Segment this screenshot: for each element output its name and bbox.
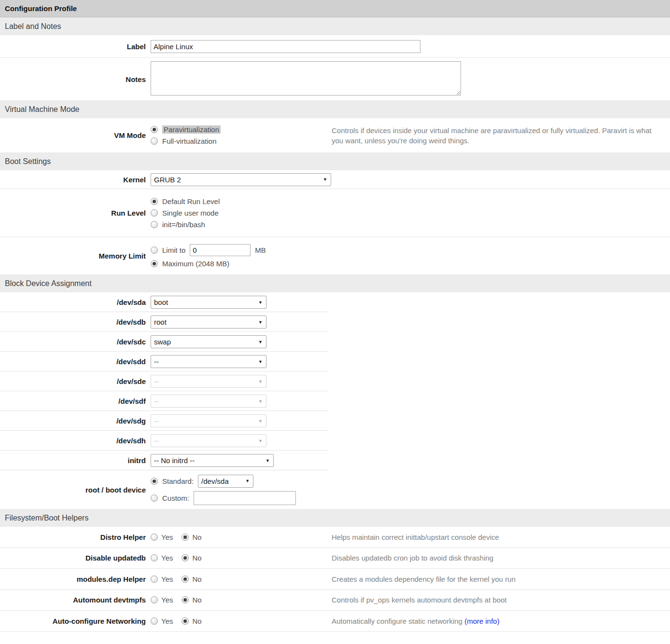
dev-sdg-row: /dev/sdg -- ▼ xyxy=(0,411,670,431)
run-level-default-label: Default Run Level xyxy=(162,197,220,206)
run-level-single-user-radio[interactable] xyxy=(151,209,158,217)
more-info-link[interactable]: (more info) xyxy=(464,617,500,625)
bottom-spacer xyxy=(0,632,670,641)
dev-sdc-select[interactable]: swap xyxy=(151,335,266,348)
disable-updatedb-yes-radio[interactable] xyxy=(151,554,158,562)
yes-label: Yes xyxy=(161,533,173,541)
section-title: Filesystem/Boot Helpers xyxy=(5,514,88,522)
page-title: Configuration Profile xyxy=(5,4,77,13)
field-label-label: Label xyxy=(0,42,146,51)
auto-configure-networking-help-text: Automatically configure static networkin… xyxy=(327,616,670,626)
field-label-dev-sdf: /dev/sdf xyxy=(0,397,146,405)
modules-dep-helper-row: modules.dep Helper Yes No Creates a modu… xyxy=(0,569,670,590)
label-input[interactable] xyxy=(151,40,420,53)
root-boot-standard-label: Standard: xyxy=(162,477,194,485)
automount-devtmpfs-row: Automount devtmpfs Yes No Controls if pv… xyxy=(0,590,670,611)
field-label-dev-sda: /dev/sda xyxy=(0,298,146,306)
field-label-dev-sdg: /dev/sdg xyxy=(0,417,146,425)
dev-sda-select[interactable]: boot xyxy=(151,296,266,309)
field-label-auto-configure-networking: Auto-configure Networking xyxy=(0,617,146,625)
modules-dep-help-text: Creates a modules dependency file for th… xyxy=(327,574,670,584)
run-level-init-bash-radio[interactable] xyxy=(151,221,158,228)
custom-device-input[interactable] xyxy=(194,491,296,505)
field-label-notes: Notes xyxy=(0,75,146,83)
field-label-initrd: initrd xyxy=(0,456,146,465)
modules-dep-yes-radio[interactable] xyxy=(151,575,158,583)
automount-devtmpfs-help-text: Controls if pv_ops kernels automount dev… xyxy=(327,595,670,605)
section-title: Virtual Machine Mode xyxy=(5,105,79,114)
root-boot-standard-radio[interactable] xyxy=(151,478,158,485)
root-boot-device-row: root / boot device Standard: /dev/sda ▼ … xyxy=(0,470,670,509)
page-header: Configuration Profile xyxy=(0,0,670,17)
initrd-row: initrd -- No initrd -- ▼ xyxy=(0,451,670,470)
section-header-boot-settings: Boot Settings xyxy=(0,152,670,170)
distro-helper-row: Distro Helper Yes No Helps maintain corr… xyxy=(0,527,670,548)
section-header-virtual-machine-mode: Virtual Machine Mode xyxy=(0,100,670,118)
distro-helper-yes-radio[interactable] xyxy=(151,534,158,541)
yes-label: Yes xyxy=(161,617,173,625)
field-label-memory-limit: Memory Limit xyxy=(0,252,146,260)
memory-limit-unit-label: MB xyxy=(255,246,266,254)
dev-sdd-select[interactable]: -- xyxy=(151,355,266,368)
yes-label: Yes xyxy=(161,575,173,583)
dev-sdc-row: /dev/sdc swap ▼ xyxy=(0,332,670,352)
no-label: No xyxy=(192,554,201,562)
memory-limit-to-radio[interactable] xyxy=(151,247,158,254)
field-label-modules-dep-helper: modules.dep Helper xyxy=(0,575,146,583)
section-title: Label and Notes xyxy=(5,22,61,31)
field-label-vm-mode: VM Mode xyxy=(0,131,146,139)
run-level-default-radio[interactable] xyxy=(151,198,158,205)
field-label-disable-updatedb: Disable updatedb xyxy=(0,554,146,562)
root-boot-custom-label: Custom: xyxy=(162,494,189,502)
root-boot-custom-radio[interactable] xyxy=(151,494,158,502)
field-label-dev-sde: /dev/sde xyxy=(0,377,146,385)
no-label: No xyxy=(192,596,201,604)
section-title: Boot Settings xyxy=(5,157,51,166)
disable-updatedb-no-radio[interactable] xyxy=(181,554,189,562)
dev-sdb-select[interactable]: root xyxy=(151,315,266,329)
section-header-filesystem-boot-helpers: Filesystem/Boot Helpers xyxy=(0,509,670,527)
field-label-automount-devtmpfs: Automount devtmpfs xyxy=(0,596,146,604)
section-title: Block Device Assignment xyxy=(5,279,92,288)
dev-sdb-row: /dev/sdb root ▼ xyxy=(0,312,670,332)
dev-sdh-select: -- xyxy=(151,434,266,447)
standard-device-select[interactable]: /dev/sda xyxy=(198,475,253,488)
dev-sdf-select: -- xyxy=(151,395,266,408)
kernel-select[interactable]: GRUB 2 xyxy=(151,173,331,186)
dev-sdh-row: /dev/sdh -- ▼ xyxy=(0,431,670,451)
dev-sde-row: /dev/sde -- ▼ xyxy=(0,371,670,391)
vm-mode-fullvirt-radio[interactable] xyxy=(151,137,158,145)
no-label: No xyxy=(192,575,201,583)
modules-dep-no-radio[interactable] xyxy=(181,575,189,583)
distro-helper-help-text: Helps maintain correct inittab/upstart c… xyxy=(327,532,670,542)
dev-sdg-select: -- xyxy=(151,414,266,427)
vm-mode-paravirt-label: Paravirtualization xyxy=(162,125,221,134)
run-level-row: Run Level Default Run Level Single user … xyxy=(0,189,670,237)
notes-textarea[interactable] xyxy=(151,61,461,96)
yes-label: Yes xyxy=(161,596,173,604)
distro-helper-no-radio[interactable] xyxy=(181,534,189,541)
auto-configure-networking-yes-radio[interactable] xyxy=(151,617,158,625)
field-label-dev-sdb: /dev/sdb xyxy=(0,318,146,326)
automount-devtmpfs-yes-radio[interactable] xyxy=(151,596,158,603)
initrd-select[interactable]: -- No initrd -- xyxy=(151,454,274,467)
auto-configure-networking-help: Automatically configure static networkin… xyxy=(332,617,462,625)
yes-label: Yes xyxy=(161,554,173,562)
section-header-block-device-assignment: Block Device Assignment xyxy=(0,274,670,292)
dev-sda-row: /dev/sda boot ▼ xyxy=(0,292,670,312)
notes-row: Notes xyxy=(0,58,670,100)
memory-limit-row: Memory Limit Limit to MB Maximum (2048 M… xyxy=(0,237,670,274)
automount-devtmpfs-no-radio[interactable] xyxy=(181,596,189,603)
vm-mode-paravirt-radio[interactable] xyxy=(151,126,158,133)
auto-configure-networking-row: Auto-configure Networking Yes No Automat… xyxy=(0,611,670,632)
vm-mode-fullvirt-label: Full-virtualization xyxy=(162,137,217,145)
no-label: No xyxy=(192,533,201,541)
disable-updatedb-row: Disable updatedb Yes No Disables updated… xyxy=(0,548,670,569)
memory-limit-input[interactable] xyxy=(190,244,251,256)
label-row: Label xyxy=(0,35,670,58)
memory-limit-maximum-radio[interactable] xyxy=(151,260,158,267)
no-label: No xyxy=(192,617,201,625)
field-label-dev-sdc: /dev/sdc xyxy=(0,338,146,346)
field-label-root-boot-device: root / boot device xyxy=(0,486,146,494)
auto-configure-networking-no-radio[interactable] xyxy=(181,617,189,625)
